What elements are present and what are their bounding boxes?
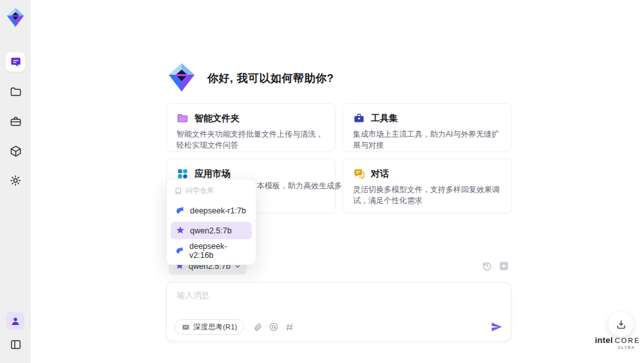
attach-button[interactable] xyxy=(253,322,263,332)
sidebar-item-chat[interactable] xyxy=(6,52,25,72)
deep-think-toggle[interactable]: 深度思考(R1) xyxy=(175,319,244,335)
chat-input-toolbar: 深度思考(R1) xyxy=(175,319,503,335)
model-dropdown-header: 问学仓库 xyxy=(171,183,252,199)
smart-folder-icon xyxy=(176,112,189,124)
sidebar-item-settings[interactable] xyxy=(6,171,25,190)
sidebar-collapse-button[interactable] xyxy=(6,335,25,354)
sidebar-item-account[interactable] xyxy=(6,312,24,330)
briefcase-icon xyxy=(10,115,22,128)
new-chat-plus-icon xyxy=(498,260,509,271)
paperclip-icon xyxy=(253,322,263,332)
card-desc: 智能文件夹功能支持批量文件上传与清洗，轻松实现文件问答 xyxy=(176,129,325,151)
panel-icon xyxy=(10,338,22,351)
qwen-star-icon xyxy=(175,226,185,236)
sidebar xyxy=(0,0,31,363)
mention-button[interactable] xyxy=(269,322,279,332)
folder-icon xyxy=(10,86,22,98)
send-button[interactable] xyxy=(490,320,503,333)
deepseek-whale-icon xyxy=(175,206,185,216)
toolset-icon xyxy=(353,112,365,124)
model-option-deepseek-r1[interactable]: deepseek-r1:7b xyxy=(171,202,252,219)
card-dialog[interactable]: 对话 灵活切换多模型文件，支持多样回复效果调试，满足个性化需求 xyxy=(343,159,512,213)
greeting-logo-icon xyxy=(166,62,197,93)
history-button[interactable] xyxy=(482,260,493,271)
sidebar-item-folders[interactable] xyxy=(6,82,25,101)
history-icon xyxy=(482,260,493,271)
card-smart-folder[interactable]: 智能文件夹 智能文件夹功能支持批量文件上传与清洗，轻松实现文件问答 xyxy=(166,103,336,152)
chat-actions xyxy=(482,260,509,271)
model-option-deepseek-v2[interactable]: deepseek-v2:16b xyxy=(171,242,252,259)
card-title: 对话 xyxy=(371,168,389,180)
card-toolset[interactable]: 工具集 集成市场上主流工具，助力AI与外界无缝扩展与对接 xyxy=(343,103,512,152)
prompt-library-button[interactable] xyxy=(285,322,294,332)
card-desc: 灵活切换多模型文件，支持多样回复效果调试，满足个性化需求 xyxy=(353,184,502,206)
gear-icon xyxy=(9,174,22,187)
user-icon xyxy=(10,316,21,326)
chat-input-box[interactable]: 输入消息 深度思考(R1) xyxy=(166,282,511,342)
card-desc: 集成市场上主流工具，助力AI与外界无缝扩展与对接 xyxy=(353,129,502,151)
download-fab-button[interactable] xyxy=(609,312,633,337)
greeting-text: 你好, 我可以如何帮助你? xyxy=(207,71,334,86)
sidebar-item-toolset[interactable] xyxy=(6,112,25,131)
intel-brand-text: intel xyxy=(595,335,613,345)
card-title: 应用市场 xyxy=(194,168,231,180)
repo-icon xyxy=(175,187,182,195)
model-option-qwen[interactable]: qwen2.5:7b xyxy=(171,222,252,239)
atom-icon xyxy=(182,323,190,331)
card-desc-partial: 本模板，助力高效生成多 xyxy=(257,181,342,191)
chat-icon xyxy=(10,56,22,68)
deepseek-whale-icon xyxy=(175,246,185,256)
new-chat-button[interactable] xyxy=(498,260,509,271)
hash-icon xyxy=(285,322,294,332)
send-icon xyxy=(490,320,503,333)
ultra-brand-text: ULTRA xyxy=(598,346,638,349)
at-circle-icon xyxy=(269,322,279,332)
chat-input-placeholder: 输入消息 xyxy=(177,290,209,301)
model-dropdown-menu: 问学仓库 deepseek-r1:7b qwen2.5:7b deepseek-… xyxy=(166,179,256,265)
app-logo-icon xyxy=(5,7,26,28)
card-title: 智能文件夹 xyxy=(194,113,240,124)
cube-icon xyxy=(10,145,22,157)
core-brand-text: core xyxy=(614,337,640,344)
card-title: 工具集 xyxy=(371,113,398,124)
intel-core-logo: intel core ULTRA xyxy=(598,335,638,349)
dialog-icon xyxy=(353,168,365,180)
sidebar-item-models[interactable] xyxy=(6,141,25,161)
download-icon xyxy=(616,319,627,330)
